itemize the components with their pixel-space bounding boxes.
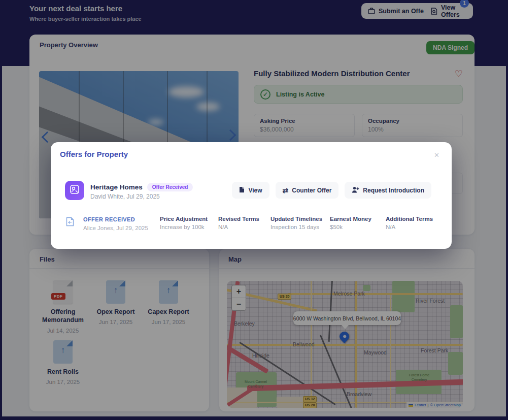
person-plus-icon [352,186,359,195]
view-button[interactable]: View [232,182,269,199]
document-icon [239,186,245,195]
detail-revised-terms: Revised Terms N/A [218,216,259,230]
company-avatar [65,181,84,200]
swap-arrows-icon: ⇄ [283,187,289,194]
offer-document-icon [66,217,75,229]
detail-additional-terms: Additional Terms N/A [386,216,433,230]
detail-earnest-money: Earnest Money $50k [330,216,371,230]
modal-title: Offers for Property [60,150,128,158]
offer-actions: View ⇄ Counter Offer Request Introductio… [232,182,431,199]
company-name: Heritage Homes [90,183,143,191]
offer-event-status: OFFER RECEIVED [83,216,135,222]
detail-updated-timelines: Updated Timelines Inspection 15 days [270,216,322,230]
offers-modal: Offers for Property ✕ Heritage Homes Off… [51,142,452,249]
offer-submitted-by: David White, Jul 29, 2025 [90,193,160,200]
request-introduction-button[interactable]: Request Introduction [345,182,431,199]
map-pin-icon [70,184,80,197]
offer-event-by: Alice Jones, Jul 29, 2025 [83,225,148,231]
detail-price-adjustment: Price Adjustment Increase by 100k [160,216,208,230]
counter-offer-button[interactable]: ⇄ Counter Offer [276,182,339,199]
close-icon[interactable]: ✕ [434,151,439,159]
offer-received-badge: Offer Received [147,183,193,191]
